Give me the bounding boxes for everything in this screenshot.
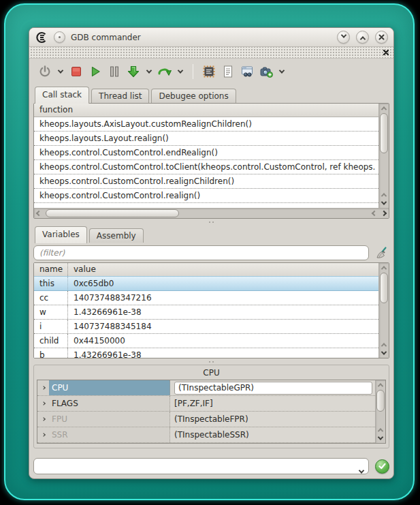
callstack-row[interactable]: kheops.control.CustomControl.toClient(kh…	[34, 160, 378, 174]
variables-header[interactable]: name value	[34, 263, 378, 277]
cpu-row-ssr[interactable]: SSR(TInspectableSSR)	[37, 427, 375, 443]
combo-chevron-icon[interactable]	[359, 463, 364, 478]
cpu-register-name: FPU	[49, 412, 170, 427]
cpu-row-flags[interactable]: FLAGS[PF,ZF,IF]	[37, 396, 375, 412]
tab-thread-list[interactable]: Thread list	[91, 89, 149, 103]
maximize-window-icon[interactable]	[356, 31, 369, 44]
filter-row: (filter)	[33, 243, 389, 262]
step-into-dropdown-chevron-icon[interactable]	[145, 64, 153, 79]
pause-icon[interactable]	[107, 64, 122, 79]
add-snapshot-icon[interactable]	[259, 64, 274, 79]
variable-name: i	[34, 320, 68, 333]
variable-value: 0x44150000	[68, 334, 378, 348]
app-logo-icon	[35, 31, 48, 44]
cpu-group-title: CPU	[37, 366, 386, 380]
cpu-vertical-scrollbar[interactable]	[375, 380, 385, 443]
scroll-up-icon[interactable]	[376, 380, 385, 389]
watch-window-icon[interactable]	[240, 64, 255, 79]
variable-name: this	[34, 277, 68, 290]
expand-chevron-icon[interactable]	[37, 396, 49, 411]
variables-vertical-scrollbar[interactable]	[378, 263, 389, 358]
column-name[interactable]: name	[34, 263, 68, 276]
scroll-up-icon[interactable]	[376, 425, 385, 434]
scroll-up-icon[interactable]	[379, 190, 389, 199]
cpu-register-table: CPU(TInspectableGPR)FLAGS[PF,ZF,IF]FPU(T…	[37, 380, 386, 444]
stop-icon[interactable]	[69, 64, 84, 79]
confirm-check-icon[interactable]	[375, 459, 389, 474]
main-content: Call stackThread listDebugee options fun…	[29, 84, 393, 478]
callstack-panel: function kheops.layouts.AxisLayout.custo…	[33, 103, 389, 219]
run-icon[interactable]	[88, 64, 103, 79]
variable-row-b[interactable]: b1.43266961e-38	[34, 348, 378, 358]
gdb-command-combobox[interactable]	[33, 458, 369, 474]
cpu-row-cpu[interactable]: CPU(TInspectableGPR)	[37, 380, 375, 396]
step-over-dropdown-chevron-icon[interactable]	[176, 64, 184, 79]
decorative-teal-frame: GDB commander	[4, 3, 415, 500]
variable-row-cc[interactable]: cc140737488347216	[34, 291, 378, 305]
scroll-down-icon[interactable]	[379, 199, 389, 208]
step-into-icon[interactable]	[126, 64, 141, 79]
cpu-chip-icon[interactable]	[201, 64, 216, 79]
dock-titlebar[interactable]	[29, 47, 393, 59]
callstack-row[interactable]: kheops.layouts.AxisLayout.customRealignC…	[34, 117, 378, 132]
cpu-row-fpu[interactable]: FPU(TInspectableFPR)	[37, 412, 375, 427]
scroll-up-icon[interactable]	[379, 340, 389, 349]
scroll-down-icon[interactable]	[379, 349, 389, 358]
command-row	[33, 457, 389, 475]
scroll-up-icon[interactable]	[379, 263, 389, 272]
variable-row-child[interactable]: child0x44150000	[34, 334, 378, 348]
variable-value: 140737488345184	[68, 320, 378, 333]
snapshot-dropdown-chevron-icon[interactable]	[278, 64, 286, 79]
shade-window-icon[interactable]	[337, 31, 350, 44]
filter-input[interactable]: (filter)	[33, 245, 369, 260]
power-dropdown-chevron-icon[interactable]	[56, 64, 65, 79]
variable-row-i[interactable]: i140737488345184	[34, 320, 378, 334]
tab-variables[interactable]: Variables	[35, 226, 87, 243]
variables-panel: name value this0xc65db0cc140737488347216…	[33, 262, 389, 358]
clear-filter-broom-icon[interactable]	[374, 245, 389, 260]
callstack-horizontal-scrollbar[interactable]	[34, 208, 389, 218]
expand-chevron-icon[interactable]	[37, 427, 49, 442]
variable-row-this[interactable]: this0xc65db0	[34, 276, 378, 291]
expand-chevron-icon[interactable]	[37, 380, 49, 395]
variable-name: b	[34, 348, 68, 358]
tab-assembly[interactable]: Assembly	[89, 228, 144, 243]
callstack-row[interactable]: kheops.layouts.Layout.realign()	[34, 132, 378, 146]
tab-debugee-options[interactable]: Debugee options	[151, 89, 236, 103]
scroll-right-icon[interactable]	[379, 209, 389, 218]
toolbar-separator	[193, 64, 193, 79]
power-icon[interactable]	[37, 64, 52, 79]
window-title: GDB commander	[71, 33, 141, 42]
variable-value: 140737488347216	[68, 291, 378, 305]
cpu-inspector-group: CPU CPU(TInspectableGPR)FLAGS[PF,ZF,IF]F…	[33, 365, 389, 448]
top-tabbar: Call stackThread listDebugee options	[33, 85, 389, 103]
callstack-vertical-scrollbar[interactable]	[378, 104, 389, 208]
cpu-register-name: CPU	[49, 380, 170, 395]
titlebar: GDB commander	[29, 28, 393, 47]
scroll-up-icon[interactable]	[379, 104, 389, 112]
variable-name: child	[34, 334, 68, 348]
splitter-handle[interactable]	[33, 219, 389, 226]
callstack-row[interactable]: kheops.control.CustomControl.endRealign(…	[34, 146, 378, 160]
scroll-down-icon[interactable]	[376, 434, 385, 443]
callstack-column-header[interactable]: function	[34, 104, 378, 117]
expand-chevron-icon[interactable]	[37, 412, 49, 427]
scroll-left-icon[interactable]	[34, 209, 44, 218]
dock-close-icon[interactable]	[383, 49, 389, 56]
cpu-register-value: [PF,ZF,IF]	[170, 396, 375, 411]
callstack-row[interactable]: kheops.control.CustomControl.realignChil…	[34, 174, 378, 189]
close-window-icon[interactable]	[375, 31, 388, 44]
callstack-row[interactable]: kheops.control.CustomControl.realign()	[34, 189, 378, 203]
cpu-register-value-editbox[interactable]: (TInspectableGPR)	[174, 382, 372, 395]
tab-call-stack[interactable]: Call stack	[35, 87, 89, 104]
splitter-handle[interactable]	[33, 358, 389, 365]
scroll-left-icon[interactable]	[370, 209, 379, 218]
cpu-register-value: (TInspectableFPR)	[170, 412, 375, 427]
step-over-icon[interactable]	[157, 64, 172, 79]
cpu-register-name: FLAGS	[49, 396, 170, 411]
debug-toolbar	[29, 59, 393, 84]
column-value[interactable]: value	[68, 263, 96, 276]
variable-row-w[interactable]: w1.43266961e-38	[34, 305, 378, 320]
document-icon[interactable]	[221, 64, 236, 79]
window-menu-icon[interactable]	[54, 31, 65, 43]
